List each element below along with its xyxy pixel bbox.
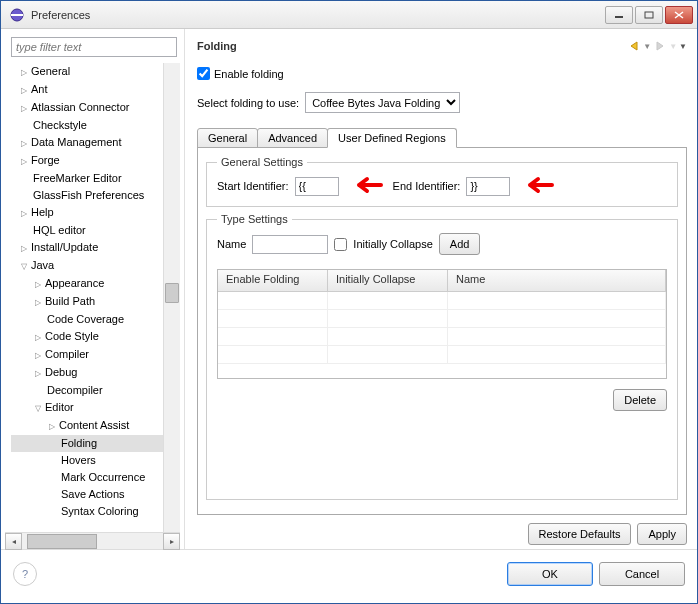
tree-item[interactable]: Syntax Coloring [11,503,174,520]
apply-button[interactable]: Apply [637,523,687,545]
menu-dropdown[interactable]: ▼ [679,42,687,51]
svg-rect-2 [615,16,623,18]
tree-item[interactable]: Ant [11,81,174,99]
enable-folding-label: Enable folding [214,68,284,80]
tree-item[interactable]: Appearance [11,275,174,293]
back-button[interactable]: ▼ [627,40,651,52]
tree-item[interactable]: Debug [11,364,174,382]
annotation-arrow-icon [349,176,383,196]
table-col-name[interactable]: Name [448,270,666,291]
app-icon [9,7,25,23]
type-settings-legend: Type Settings [217,213,292,225]
tab-advanced[interactable]: Advanced [257,128,328,148]
tree-item[interactable]: Build Path [11,293,174,311]
page-title: Folding [197,40,627,52]
maximize-button[interactable] [635,6,663,24]
delete-button[interactable]: Delete [613,389,667,411]
end-identifier-label: End Identifier: [393,180,461,192]
tree-item[interactable]: Hovers [11,452,174,469]
tree-item[interactable]: HQL editor [11,222,174,239]
restore-defaults-button[interactable]: Restore Defaults [528,523,632,545]
tab-content: General Settings Start Identifier: End I… [197,147,687,515]
select-folding-label: Select folding to use: [197,97,299,109]
tree-item[interactable]: Decompiler [11,382,174,399]
add-button[interactable]: Add [439,233,481,255]
tree-item[interactable]: Data Management [11,134,174,152]
svg-rect-1 [11,14,23,16]
general-settings-legend: General Settings [217,156,307,168]
tab-user-defined-regions[interactable]: User Defined Regions [327,128,457,148]
ok-button[interactable]: OK [507,562,593,586]
tree-scrollbar-vertical[interactable] [163,63,180,532]
svg-rect-3 [645,12,653,18]
main-panel: Folding ▼ ▼ ▼ Enable folding Select fold… [185,29,697,549]
tree-item[interactable]: General [11,63,174,81]
enable-folding-checkbox[interactable] [197,67,210,80]
tree-scrollbar-horizontal[interactable]: ◂▸ [5,532,180,549]
initially-collapse-label: Initially Collapse [353,238,432,250]
table-col-enable[interactable]: Enable Folding [218,270,328,291]
preferences-tree[interactable]: GeneralAntAtlassian ConnectorCheckstyleD… [5,63,180,532]
end-identifier-input[interactable] [466,177,510,196]
window-title: Preferences [31,9,605,21]
filter-input[interactable] [11,37,177,57]
tab-general[interactable]: General [197,128,258,148]
tree-item[interactable]: Save Actions [11,486,174,503]
tree-item[interactable]: Forge [11,152,174,170]
tree-item[interactable]: GlassFish Preferences [11,187,174,204]
minimize-button[interactable] [605,6,633,24]
cancel-button[interactable]: Cancel [599,562,685,586]
tree-item[interactable]: Code Style [11,328,174,346]
folding-provider-select[interactable]: Coffee Bytes Java Folding [305,92,460,113]
tree-item[interactable]: Checkstyle [11,117,174,134]
forward-button[interactable]: ▼ [653,40,677,52]
tree-item[interactable]: Help [11,204,174,222]
sidebar: GeneralAntAtlassian ConnectorCheckstyleD… [1,29,185,549]
table-col-collapse[interactable]: Initially Collapse [328,270,448,291]
start-identifier-input[interactable] [295,177,339,196]
tree-item[interactable]: Code Coverage [11,311,174,328]
tree-item[interactable]: Java [11,257,174,275]
tree-item[interactable]: Atlassian Connector [11,99,174,117]
tree-item[interactable]: Compiler [11,346,174,364]
titlebar: Preferences [1,1,697,29]
tree-item[interactable]: Content Assist [11,417,174,435]
tree-item[interactable]: Install/Update [11,239,174,257]
annotation-arrow-icon [520,176,554,196]
initially-collapse-checkbox[interactable] [334,238,347,251]
tree-item[interactable]: Editor [11,399,174,417]
help-button[interactable]: ? [13,562,37,586]
close-button[interactable] [665,6,693,24]
tree-item[interactable]: FreeMarker Editor [11,170,174,187]
tree-item[interactable]: Folding [11,435,174,452]
type-settings-group: Type Settings Name Initially Collapse Ad… [206,213,678,500]
name-input[interactable] [252,235,328,254]
tree-item[interactable]: Mark Occurrence [11,469,174,486]
start-identifier-label: Start Identifier: [217,180,289,192]
name-label: Name [217,238,246,250]
regions-table[interactable]: Enable Folding Initially Collapse Name [217,269,667,379]
general-settings-group: General Settings Start Identifier: End I… [206,156,678,207]
footer: ? OK Cancel [1,549,697,597]
